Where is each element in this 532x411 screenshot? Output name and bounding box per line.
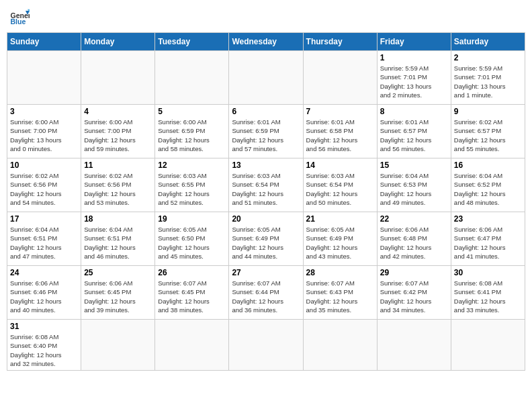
day-info: Sunrise: 5:59 AM Sunset: 7:01 PM Dayligh… <box>454 64 522 99</box>
day-info: Sunrise: 6:04 AM Sunset: 6:51 PM Dayligh… <box>10 225 78 261</box>
calendar-cell: 6Sunrise: 6:01 AM Sunset: 6:59 PM Daylig… <box>229 105 303 158</box>
day-number: 11 <box>84 161 152 170</box>
day-info: Sunrise: 6:07 AM Sunset: 6:42 PM Dayligh… <box>380 279 448 314</box>
calendar-cell: 16Sunrise: 6:04 AM Sunset: 6:52 PM Dayli… <box>451 158 525 212</box>
day-info: Sunrise: 6:01 AM Sunset: 6:59 PM Dayligh… <box>232 118 300 153</box>
day-number: 13 <box>232 161 300 170</box>
calendar-cell: 22Sunrise: 6:06 AM Sunset: 6:48 PM Dayli… <box>377 212 451 266</box>
day-number: 15 <box>380 161 448 170</box>
day-number: 9 <box>454 107 522 116</box>
calendar-cell <box>81 51 155 105</box>
day-info: Sunrise: 6:00 AM Sunset: 7:00 PM Dayligh… <box>84 118 152 153</box>
day-info: Sunrise: 6:03 AM Sunset: 6:54 PM Dayligh… <box>232 171 300 207</box>
day-info: Sunrise: 6:00 AM Sunset: 6:59 PM Dayligh… <box>158 118 226 153</box>
day-info: Sunrise: 5:59 AM Sunset: 7:01 PM Dayligh… <box>380 64 448 99</box>
day-info: Sunrise: 6:06 AM Sunset: 6:45 PM Dayligh… <box>84 279 152 314</box>
calendar-cell: 27Sunrise: 6:07 AM Sunset: 6:44 PM Dayli… <box>229 266 303 320</box>
week-row-3: 10Sunrise: 6:02 AM Sunset: 6:56 PM Dayli… <box>7 158 525 212</box>
calendar-body: 1Sunrise: 5:59 AM Sunset: 7:01 PM Daylig… <box>7 51 525 371</box>
day-number: 2 <box>454 53 522 62</box>
day-info: Sunrise: 6:07 AM Sunset: 6:45 PM Dayligh… <box>158 279 226 314</box>
logo: General Blue <box>9 7 30 27</box>
week-row-6: 31Sunrise: 6:08 AM Sunset: 6:40 PM Dayli… <box>7 320 525 371</box>
calendar-cell: 8Sunrise: 6:01 AM Sunset: 6:57 PM Daylig… <box>377 105 451 158</box>
day-info: Sunrise: 6:02 AM Sunset: 6:56 PM Dayligh… <box>84 171 152 207</box>
page-header: General Blue <box>7 7 525 27</box>
day-number: 21 <box>306 214 374 224</box>
calendar-cell: 13Sunrise: 6:03 AM Sunset: 6:54 PM Dayli… <box>229 158 303 212</box>
header-day-sunday: Sunday <box>7 33 81 51</box>
header-day-wednesday: Wednesday <box>229 33 303 51</box>
day-info: Sunrise: 6:07 AM Sunset: 6:43 PM Dayligh… <box>306 279 374 314</box>
svg-text:Blue: Blue <box>11 17 26 26</box>
calendar-cell: 30Sunrise: 6:08 AM Sunset: 6:41 PM Dayli… <box>451 266 525 320</box>
calendar-header: SundayMondayTuesdayWednesdayThursdayFrid… <box>7 33 525 51</box>
day-info: Sunrise: 6:02 AM Sunset: 6:56 PM Dayligh… <box>10 171 78 207</box>
calendar-cell <box>7 51 81 105</box>
day-number: 10 <box>10 161 78 170</box>
day-info: Sunrise: 6:05 AM Sunset: 6:49 PM Dayligh… <box>232 225 300 261</box>
calendar-cell: 2Sunrise: 5:59 AM Sunset: 7:01 PM Daylig… <box>451 51 525 105</box>
calendar-cell: 29Sunrise: 6:07 AM Sunset: 6:42 PM Dayli… <box>377 266 451 320</box>
week-row-1: 1Sunrise: 5:59 AM Sunset: 7:01 PM Daylig… <box>7 51 525 105</box>
logo-icon: General Blue <box>9 7 30 27</box>
day-info: Sunrise: 6:03 AM Sunset: 6:55 PM Dayligh… <box>158 171 226 207</box>
day-info: Sunrise: 6:08 AM Sunset: 6:41 PM Dayligh… <box>454 279 522 314</box>
day-number: 29 <box>380 268 448 277</box>
header-day-monday: Monday <box>81 33 155 51</box>
day-number: 30 <box>454 268 522 277</box>
day-number: 26 <box>158 268 226 277</box>
calendar-cell <box>81 320 155 371</box>
day-number: 23 <box>454 214 522 224</box>
day-number: 7 <box>306 107 374 116</box>
day-number: 22 <box>380 214 448 224</box>
calendar-cell: 15Sunrise: 6:04 AM Sunset: 6:53 PM Dayli… <box>377 158 451 212</box>
day-number: 1 <box>380 53 448 62</box>
calendar-table: SundayMondayTuesdayWednesdayThursdayFrid… <box>7 32 525 371</box>
day-number: 14 <box>306 161 374 170</box>
day-number: 12 <box>158 161 226 170</box>
header-day-tuesday: Tuesday <box>155 33 229 51</box>
day-info: Sunrise: 6:05 AM Sunset: 6:49 PM Dayligh… <box>306 225 374 261</box>
calendar-cell: 9Sunrise: 6:02 AM Sunset: 6:57 PM Daylig… <box>451 105 525 158</box>
day-info: Sunrise: 6:06 AM Sunset: 6:48 PM Dayligh… <box>380 225 448 261</box>
calendar-cell: 19Sunrise: 6:05 AM Sunset: 6:50 PM Dayli… <box>155 212 229 266</box>
day-info: Sunrise: 6:01 AM Sunset: 6:58 PM Dayligh… <box>306 118 374 153</box>
day-info: Sunrise: 6:00 AM Sunset: 7:00 PM Dayligh… <box>10 118 78 153</box>
calendar-cell: 14Sunrise: 6:03 AM Sunset: 6:54 PM Dayli… <box>303 158 377 212</box>
day-number: 8 <box>380 107 448 116</box>
header-day-friday: Friday <box>377 33 451 51</box>
day-number: 27 <box>232 268 300 277</box>
calendar-cell <box>303 320 377 371</box>
calendar-cell: 20Sunrise: 6:05 AM Sunset: 6:49 PM Dayli… <box>229 212 303 266</box>
day-number: 5 <box>158 107 226 116</box>
day-info: Sunrise: 6:04 AM Sunset: 6:51 PM Dayligh… <box>84 225 152 261</box>
calendar-cell: 7Sunrise: 6:01 AM Sunset: 6:58 PM Daylig… <box>303 105 377 158</box>
day-number: 20 <box>232 214 300 224</box>
calendar-cell: 21Sunrise: 6:05 AM Sunset: 6:49 PM Dayli… <box>303 212 377 266</box>
day-info: Sunrise: 6:01 AM Sunset: 6:57 PM Dayligh… <box>380 118 448 153</box>
calendar-cell: 11Sunrise: 6:02 AM Sunset: 6:56 PM Dayli… <box>81 158 155 212</box>
day-number: 31 <box>10 322 78 331</box>
calendar-cell <box>303 51 377 105</box>
day-number: 4 <box>84 107 152 116</box>
week-row-2: 3Sunrise: 6:00 AM Sunset: 7:00 PM Daylig… <box>7 105 525 158</box>
day-number: 24 <box>10 268 78 277</box>
calendar-cell <box>229 51 303 105</box>
day-number: 18 <box>84 214 152 224</box>
day-info: Sunrise: 6:07 AM Sunset: 6:44 PM Dayligh… <box>232 279 300 314</box>
day-number: 3 <box>10 107 78 116</box>
calendar-cell <box>229 320 303 371</box>
week-row-4: 17Sunrise: 6:04 AM Sunset: 6:51 PM Dayli… <box>7 212 525 266</box>
header-day-thursday: Thursday <box>303 33 377 51</box>
calendar-cell: 4Sunrise: 6:00 AM Sunset: 7:00 PM Daylig… <box>81 105 155 158</box>
calendar-cell <box>155 320 229 371</box>
calendar-cell: 31Sunrise: 6:08 AM Sunset: 6:40 PM Dayli… <box>7 320 81 371</box>
day-info: Sunrise: 6:04 AM Sunset: 6:52 PM Dayligh… <box>454 171 522 207</box>
calendar-cell <box>155 51 229 105</box>
calendar-cell: 1Sunrise: 5:59 AM Sunset: 7:01 PM Daylig… <box>377 51 451 105</box>
day-number: 6 <box>232 107 300 116</box>
day-info: Sunrise: 6:05 AM Sunset: 6:50 PM Dayligh… <box>158 225 226 261</box>
calendar-cell: 10Sunrise: 6:02 AM Sunset: 6:56 PM Dayli… <box>7 158 81 212</box>
calendar-cell: 23Sunrise: 6:06 AM Sunset: 6:47 PM Dayli… <box>451 212 525 266</box>
